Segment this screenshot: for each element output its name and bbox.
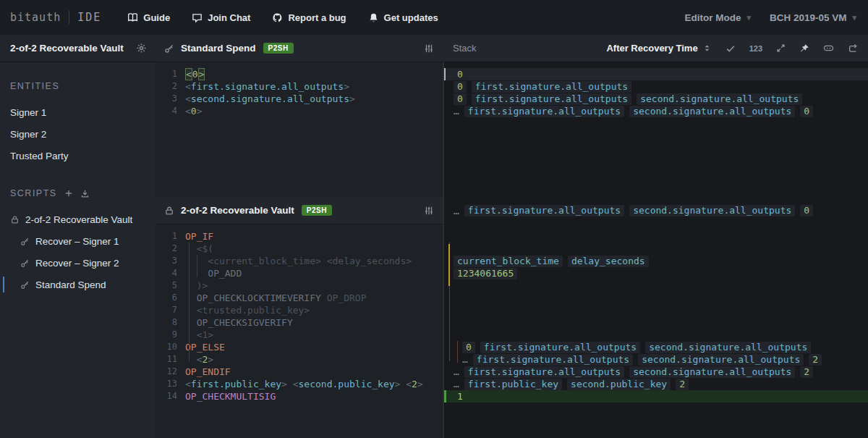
p2sh-badge: P2SH	[263, 43, 294, 54]
code-line: 13<first.public_key> <second.public_key>…	[156, 378, 443, 390]
brand-logo[interactable]: bitauth IDE	[10, 11, 101, 24]
line-number: 1	[156, 230, 185, 243]
stack-item: 1	[454, 391, 467, 403]
code-text: OP_ENDIF	[185, 366, 231, 378]
script-standard-spend[interactable]: Standard Spend	[0, 274, 156, 295]
import-template-icon[interactable]	[80, 189, 90, 198]
code-line: 11 <2>	[156, 353, 443, 366]
locking-script-editor[interactable]: 1OP_IF2 <$(3 <current_block_time> <delay…	[156, 224, 443, 438]
code-line: 12OP_ENDIF	[156, 366, 443, 378]
stack-row: 0first.signature.all_outputssecond.signa…	[444, 93, 868, 105]
add-script-icon[interactable]	[64, 189, 73, 198]
code-line: 2<first.signature.all_outputs>	[156, 80, 443, 93]
scripts-heading-row: SCRIPTS	[0, 188, 156, 198]
stack-ellipsis: …	[454, 206, 459, 216]
entity-label: Signer 1	[10, 107, 46, 118]
scripts-heading: SCRIPTS	[10, 188, 57, 198]
scripts-list: 2-of-2 Recoverable VaultRecover – Signer…	[0, 209, 156, 295]
script-label: Recover – Signer 2	[35, 258, 119, 269]
evaluation-toolbar: After Recovery Time 123	[606, 43, 858, 54]
menu-item-report-a-bug[interactable]: Report a bug	[272, 12, 346, 23]
sidebar: 2-of-2 Recoverable Vault ENTITIES Signer…	[0, 35, 156, 438]
menu-item-join-chat[interactable]: Join Chat	[192, 12, 250, 23]
line-number: 13	[156, 378, 185, 390]
key-icon	[164, 43, 174, 54]
initial-stack-row: …first.signature.all_outputssecond.signa…	[443, 197, 868, 224]
unlocking-script-editor[interactable]: 1<0>2<first.signature.all_outputs>3<seco…	[156, 62, 443, 197]
code-text: OP_CHECKLOCKTIMEVERIFY OP_DROP	[185, 292, 366, 304]
script-recover-signer-2[interactable]: Recover – Signer 2	[0, 252, 156, 274]
stack-header: Stack After Recovery Time 123	[443, 35, 868, 62]
code-line: 4 OP_ADD	[156, 267, 443, 279]
stack-item: 2	[800, 366, 813, 378]
script-recover-signer-1[interactable]: Recover – Signer 1	[0, 230, 156, 252]
stack-item: 0	[454, 81, 467, 93]
entities-heading: ENTITIES	[10, 81, 59, 91]
key-icon	[20, 258, 30, 268]
check-icon[interactable]	[726, 43, 736, 54]
entity-signer-2[interactable]: Signer 2	[0, 123, 156, 145]
code-line: 3 <current_block_time> <delay_seconds>	[156, 255, 443, 267]
stack-row: 0	[444, 68, 868, 80]
menu-item-get-updates[interactable]: Get updates	[368, 12, 438, 23]
stack-row	[444, 279, 868, 292]
script-settings-icon[interactable]	[424, 43, 434, 54]
scenario-select[interactable]: After Recovery Time	[606, 43, 711, 54]
code-line: 5 )>	[156, 279, 443, 292]
more-options-icon[interactable]	[823, 43, 834, 54]
template-title-row: 2-of-2 Recoverable Vault	[0, 35, 156, 62]
line-number: 4	[156, 267, 185, 279]
stack-row	[444, 230, 868, 243]
vm-select[interactable]: BCH 2019-05 VM ▾	[770, 12, 856, 23]
gear-icon[interactable]	[136, 43, 147, 54]
code-text: OP_ELSE	[185, 341, 225, 353]
locking-evaluation-panel: current_block_timedelay_seconds123406166…	[443, 224, 868, 438]
stack-ellipsis: …	[462, 354, 468, 365]
menu-item-label: Get updates	[384, 12, 438, 23]
stack-row: …first.signature.all_outputssecond.signa…	[444, 105, 868, 117]
stack-label: Stack	[453, 43, 477, 54]
stack-item: 0	[454, 93, 467, 105]
script-2-of-2-recoverable-vault[interactable]: 2-of-2 Recoverable Vault	[0, 209, 156, 230]
header-right: Editor Mode ▾ BCH 2019-05 VM ▾	[684, 12, 856, 23]
stack-evaluation-panel: 00first.signature.all_outputs0first.sign…	[443, 62, 868, 197]
editor-mode-label: Editor Mode	[684, 12, 741, 23]
expand-icon[interactable]	[776, 43, 786, 53]
code-text: OP_IF	[185, 230, 213, 243]
code-line: 4<0>	[156, 105, 443, 117]
bitauth-ide-window: bitauth IDE GuideJoin ChatReport a bugGe…	[0, 0, 868, 438]
lock-icon	[164, 206, 174, 216]
pin-icon[interactable]	[799, 43, 809, 54]
menu-item-label: Join Chat	[208, 12, 250, 23]
book-icon	[127, 12, 138, 23]
menu-item-guide[interactable]: Guide	[127, 12, 170, 23]
code-text: OP_CHECKSIGVERIFY	[185, 316, 293, 329]
stack-row	[444, 292, 868, 304]
sort-carets-icon	[702, 43, 712, 53]
stack-ellipsis: …	[454, 366, 459, 377]
entities-list: Signer 1Signer 2Trusted Party	[0, 101, 156, 167]
stack-ellipsis: …	[454, 379, 459, 389]
stack-row	[444, 243, 868, 255]
code-text: <0>	[185, 105, 202, 117]
entity-trusted-party[interactable]: Trusted Party	[0, 145, 156, 167]
main-area: Standard Spend P2SH Stack After Recovery…	[156, 35, 868, 438]
line-number: 3	[156, 93, 185, 105]
entity-signer-1[interactable]: Signer 1	[0, 101, 156, 123]
stack-item: second.signature.all_outputs	[629, 205, 795, 216]
unlocking-script-group: Standard Spend P2SH Stack After Recovery…	[156, 35, 868, 197]
code-line: 6 OP_CHECKLOCKTIMEVERIFY OP_DROP	[156, 292, 443, 304]
editor-mode-select[interactable]: Editor Mode ▾	[684, 12, 751, 23]
menu-item-label: Guide	[143, 12, 170, 23]
stack-row	[444, 329, 868, 341]
stack-row: 0first.signature.all_outputs	[444, 80, 868, 93]
stack-item: second.signature.all_outputs	[637, 93, 802, 105]
script-settings-icon[interactable]	[424, 206, 434, 216]
redo-icon[interactable]	[848, 43, 858, 54]
number-format-toggle[interactable]: 123	[749, 44, 762, 53]
chevron-down-icon: ▾	[746, 13, 751, 22]
line-number: 11	[156, 353, 185, 366]
stack-item: 1234061665	[454, 268, 517, 279]
code-text: OP_CHECKMULTISIG	[185, 390, 276, 403]
chevron-down-icon: ▾	[852, 13, 856, 22]
